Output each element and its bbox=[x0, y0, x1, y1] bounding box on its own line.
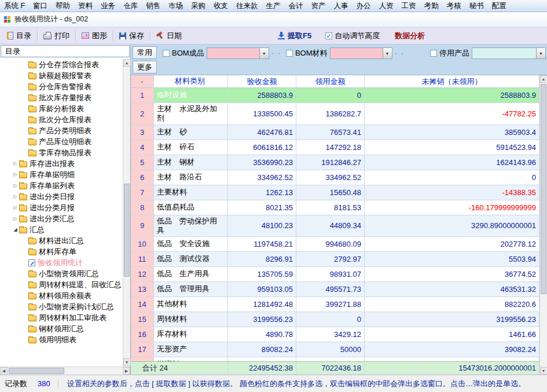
tree-item[interactable]: 缺额超额报警表 bbox=[0, 70, 122, 81]
category-cell[interactable]: 主材 路沿石 bbox=[154, 170, 228, 185]
tree-expander-icon[interactable] bbox=[12, 183, 19, 188]
scroll-down-arrow[interactable] bbox=[123, 358, 131, 366]
tree-item[interactable]: 产品分类明细表 bbox=[0, 125, 122, 136]
tree-expander-icon[interactable] bbox=[12, 194, 19, 199]
sidebar-horizontal-scrollbar[interactable] bbox=[0, 367, 130, 375]
column-header-use-amount[interactable]: 领用金额 bbox=[296, 75, 365, 88]
menu-item[interactable]: 收支 bbox=[210, 0, 232, 12]
accept-amount-cell[interactable]: 1262.13 bbox=[228, 185, 296, 200]
tree-item[interactable]: 进出分类月报 bbox=[0, 202, 122, 213]
table-row[interactable]: 4主材 碎石6061816.12147292.185914523.94 bbox=[131, 140, 539, 155]
tree-item[interactable]: 进出分类汇总 bbox=[0, 213, 122, 224]
table-row[interactable]: 1临时设施2588803.902588803.9 bbox=[131, 88, 539, 103]
use-amount-cell[interactable]: 0 bbox=[296, 312, 365, 327]
menu-item[interactable]: 工资 bbox=[398, 0, 420, 12]
tree-expander-icon[interactable] bbox=[12, 227, 19, 232]
tree-item[interactable]: 周转材料提退、回收汇总表 bbox=[0, 279, 122, 290]
category-cell[interactable]: 库存材料 bbox=[154, 327, 228, 342]
scroll-up-arrow[interactable] bbox=[540, 75, 547, 83]
unamortized-amount-cell[interactable]: 5914523.94 bbox=[365, 140, 539, 155]
category-cell[interactable]: 主材 钢材 bbox=[154, 155, 228, 170]
menu-item[interactable]: 秘书 bbox=[465, 0, 488, 12]
table-row[interactable]: 12低品 生产用具135705.5998931.0736774.52 bbox=[131, 267, 539, 282]
use-amount-cell[interactable]: 44809.34 bbox=[296, 215, 365, 237]
scroll-right-arrow[interactable] bbox=[123, 367, 130, 375]
accept-amount-cell[interactable]: 3199556.23 bbox=[228, 312, 296, 327]
tree-item[interactable]: 周转材料加工审批表 bbox=[0, 312, 122, 323]
tree-item[interactable]: 分仓库告警报表 bbox=[0, 81, 122, 92]
unamortized-amount-cell[interactable]: 463531.32 bbox=[365, 282, 539, 297]
tree-item[interactable]: 进出分类日报 bbox=[0, 191, 122, 202]
category-cell[interactable]: 低值易耗品 bbox=[154, 200, 228, 215]
save-button[interactable]: 保存 bbox=[115, 29, 149, 43]
category-cell[interactable]: 主要材料 bbox=[154, 185, 228, 200]
use-amount-cell[interactable]: 399271.88 bbox=[296, 297, 365, 312]
table-row[interactable]: 7主要材料1262.1315650.48-14388.35 bbox=[131, 185, 539, 200]
accept-amount-cell[interactable]: 1281492.48 bbox=[228, 297, 296, 312]
tree-expander-icon[interactable] bbox=[12, 205, 19, 210]
combo-dropdown-button[interactable] bbox=[383, 48, 392, 58]
data-analysis-button[interactable]: 数据分析 bbox=[390, 29, 429, 43]
accept-amount-cell[interactable]: 3536990.23 bbox=[228, 155, 296, 170]
accept-amount-cell[interactable]: 6061816.12 bbox=[228, 140, 296, 155]
tree-item[interactable]: 库存单据列表 bbox=[0, 180, 122, 191]
use-amount-cell[interactable]: 3429.12 bbox=[296, 327, 365, 342]
tree-item[interactable]: 批次库存量报表 bbox=[0, 92, 122, 103]
tree-item[interactable]: 零库存物品报表 bbox=[0, 147, 122, 158]
menu-item[interactable]: 考核 bbox=[443, 0, 465, 12]
tree-item[interactable]: 验收领用统计 bbox=[0, 257, 122, 268]
tree-item[interactable]: 领用明细表 bbox=[0, 334, 122, 345]
menu-item[interactable]: 考勤 bbox=[420, 0, 443, 12]
menu-item[interactable]: 销售 bbox=[142, 0, 164, 12]
scroll-down-arrow[interactable] bbox=[540, 367, 547, 375]
use-amount-cell[interactable]: 495571.73 bbox=[296, 282, 365, 297]
tree-item[interactable]: 钢材领用汇总 bbox=[0, 323, 122, 334]
unamortized-amount-cell[interactable]: 882220.6 bbox=[365, 297, 539, 312]
tree-expander-icon[interactable] bbox=[12, 172, 19, 177]
date-button[interactable]: 日期 bbox=[152, 29, 186, 43]
accept-amount-cell[interactable]: 2588803.9 bbox=[228, 88, 296, 103]
use-amount-cell[interactable]: 1912846.27 bbox=[296, 155, 365, 170]
use-amount-cell[interactable]: 76573.41 bbox=[296, 125, 365, 140]
unamortized-amount-cell[interactable]: 385903.4 bbox=[365, 125, 539, 140]
menu-item[interactable]: 会计 bbox=[285, 0, 307, 12]
use-amount-cell[interactable]: 8181.53 bbox=[296, 200, 365, 215]
auto-height-toggle[interactable]: 自动调节高度 bbox=[325, 31, 380, 41]
table-row[interactable]: 9低品 劳动保护用具48100.2344809.343290.890000000… bbox=[131, 215, 539, 237]
combo-dropdown-button[interactable] bbox=[536, 48, 545, 58]
column-header-unamortized[interactable]: 未摊销（未领用） bbox=[365, 75, 539, 88]
scroll-up-arrow[interactable] bbox=[123, 59, 131, 67]
use-amount-cell[interactable]: 147292.18 bbox=[296, 140, 365, 155]
unamortized-amount-cell[interactable]: 5503.94 bbox=[365, 252, 539, 267]
category-cell[interactable]: 低品 管理用具 bbox=[154, 282, 228, 297]
unamortized-amount-cell[interactable]: -160.179999999999 bbox=[365, 200, 539, 215]
table-row[interactable]: 17无形资产89082.245000039082.24 bbox=[131, 342, 539, 357]
unamortized-amount-cell[interactable]: 202778.12 bbox=[365, 237, 539, 252]
category-cell[interactable]: 燃润料 bbox=[154, 357, 228, 361]
use-amount-cell[interactable]: 994680.09 bbox=[296, 237, 365, 252]
menu-item[interactable]: 人资 bbox=[375, 0, 398, 12]
category-cell[interactable]: 主材 碎石 bbox=[154, 140, 228, 155]
use-amount-cell[interactable]: 98931.07 bbox=[296, 267, 365, 282]
use-amount-cell[interactable]: 334962.52 bbox=[296, 170, 365, 185]
menu-item[interactable]: 业务 bbox=[97, 0, 119, 12]
accept-amount-cell[interactable]: 959103.05 bbox=[228, 282, 296, 297]
accept-amount-cell[interactable]: 334962.52 bbox=[228, 170, 296, 185]
menu-item[interactable]: 仓库 bbox=[119, 0, 142, 12]
accept-amount-cell[interactable]: 135705.59 bbox=[228, 267, 296, 282]
filter-combo[interactable] bbox=[330, 47, 392, 59]
menu-item[interactable]: 窗口 bbox=[29, 0, 52, 12]
accept-amount-cell[interactable]: 4890.78 bbox=[228, 327, 296, 342]
accept-amount-cell[interactable]: 1197458.21 bbox=[228, 237, 296, 252]
unamortized-amount-cell[interactable]: 3290.89000000001 bbox=[365, 215, 539, 237]
unamortized-amount-cell[interactable]: -14388.35 bbox=[365, 185, 539, 200]
use-amount-cell[interactable]: 29873.66 bbox=[296, 357, 365, 361]
table-row[interactable]: 18燃润料93762.2529873.6663888.59 bbox=[131, 357, 539, 361]
use-amount-cell[interactable]: 15650.48 bbox=[296, 185, 365, 200]
unamortized-amount-cell[interactable]: 2588803.9 bbox=[365, 88, 539, 103]
tree-item[interactable]: 材料领用余额表 bbox=[0, 290, 122, 301]
table-row[interactable]: 15周转材料3199556.2303199556.23 bbox=[131, 312, 539, 327]
filter-checkbox[interactable] bbox=[286, 50, 293, 57]
column-header-index[interactable]: - bbox=[131, 75, 154, 88]
table-row[interactable]: 5主材 钢材3536990.231912846.271624143.96 bbox=[131, 155, 539, 170]
